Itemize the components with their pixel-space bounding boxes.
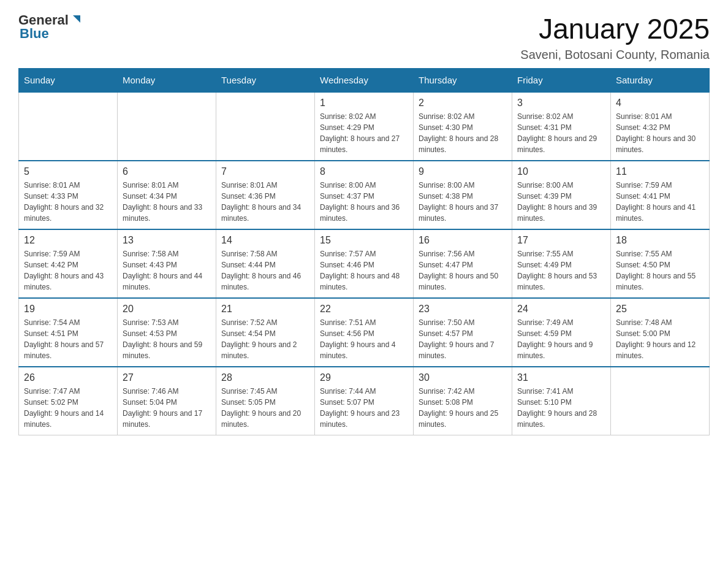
calendar-cell: 16Sunrise: 7:56 AM Sunset: 4:47 PM Dayli… — [414, 229, 512, 298]
logo-blue-text: Blue — [20, 26, 49, 42]
day-info: Sunrise: 7:54 AM Sunset: 4:51 PM Dayligh… — [24, 317, 112, 361]
calendar-cell: 30Sunrise: 7:42 AM Sunset: 5:08 PM Dayli… — [414, 367, 512, 435]
day-number: 27 — [123, 372, 211, 383]
day-info: Sunrise: 7:50 AM Sunset: 4:57 PM Dayligh… — [419, 317, 507, 361]
day-info: Sunrise: 8:01 AM Sunset: 4:32 PM Dayligh… — [616, 111, 704, 155]
day-number: 8 — [320, 166, 408, 177]
calendar-week-row: 26Sunrise: 7:47 AM Sunset: 5:02 PM Dayli… — [19, 367, 710, 435]
day-number: 11 — [616, 166, 704, 177]
day-number: 25 — [616, 304, 704, 315]
day-number: 14 — [221, 235, 309, 246]
calendar-cell: 13Sunrise: 7:58 AM Sunset: 4:43 PM Dayli… — [118, 229, 216, 298]
day-info: Sunrise: 7:42 AM Sunset: 5:08 PM Dayligh… — [419, 386, 507, 430]
calendar-cell: 21Sunrise: 7:52 AM Sunset: 4:54 PM Dayli… — [216, 298, 315, 367]
day-info: Sunrise: 7:48 AM Sunset: 5:00 PM Dayligh… — [616, 317, 704, 361]
title-section: January 2025 Saveni, Botosani County, Ro… — [520, 12, 710, 62]
day-number: 16 — [419, 235, 507, 246]
day-info: Sunrise: 7:49 AM Sunset: 4:59 PM Dayligh… — [517, 317, 605, 361]
day-number: 26 — [24, 372, 112, 383]
logo: General Blue — [18, 12, 83, 42]
calendar-cell: 3Sunrise: 8:02 AM Sunset: 4:31 PM Daylig… — [512, 92, 611, 161]
calendar-cell: 28Sunrise: 7:45 AM Sunset: 5:05 PM Dayli… — [216, 367, 315, 435]
day-info: Sunrise: 7:55 AM Sunset: 4:50 PM Dayligh… — [616, 248, 704, 293]
day-of-week-header: Tuesday — [216, 69, 315, 93]
calendar-cell: 24Sunrise: 7:49 AM Sunset: 4:59 PM Dayli… — [512, 298, 611, 367]
calendar-cell: 1Sunrise: 8:02 AM Sunset: 4:29 PM Daylig… — [315, 92, 414, 161]
calendar-table: SundayMondayTuesdayWednesdayThursdayFrid… — [18, 68, 710, 435]
day-number: 19 — [24, 304, 112, 315]
day-number: 9 — [419, 166, 507, 177]
calendar-cell — [216, 92, 315, 161]
day-info: Sunrise: 7:58 AM Sunset: 4:44 PM Dayligh… — [221, 248, 309, 293]
day-number: 20 — [123, 304, 211, 315]
day-number: 5 — [24, 166, 112, 177]
day-of-week-header: Thursday — [414, 69, 512, 93]
day-info: Sunrise: 7:51 AM Sunset: 4:56 PM Dayligh… — [320, 317, 408, 361]
day-info: Sunrise: 8:02 AM Sunset: 4:29 PM Dayligh… — [320, 111, 408, 155]
calendar-cell: 10Sunrise: 8:00 AM Sunset: 4:39 PM Dayli… — [512, 161, 611, 229]
day-info: Sunrise: 7:41 AM Sunset: 5:10 PM Dayligh… — [517, 386, 605, 430]
svg-marker-0 — [73, 15, 80, 23]
day-number: 18 — [616, 235, 704, 246]
calendar-week-row: 1Sunrise: 8:02 AM Sunset: 4:29 PM Daylig… — [19, 92, 710, 161]
calendar-cell — [19, 92, 118, 161]
day-info: Sunrise: 7:47 AM Sunset: 5:02 PM Dayligh… — [24, 386, 112, 430]
calendar-week-row: 12Sunrise: 7:59 AM Sunset: 4:42 PM Dayli… — [19, 229, 710, 298]
day-info: Sunrise: 8:00 AM Sunset: 4:39 PM Dayligh… — [517, 180, 605, 224]
calendar-cell: 20Sunrise: 7:53 AM Sunset: 4:53 PM Dayli… — [118, 298, 216, 367]
day-number: 15 — [320, 235, 408, 246]
day-number: 2 — [419, 98, 507, 109]
day-info: Sunrise: 7:44 AM Sunset: 5:07 PM Dayligh… — [320, 386, 408, 430]
day-number: 24 — [517, 304, 605, 315]
calendar-cell — [118, 92, 216, 161]
day-info: Sunrise: 8:01 AM Sunset: 4:34 PM Dayligh… — [123, 180, 211, 224]
day-info: Sunrise: 7:59 AM Sunset: 4:42 PM Dayligh… — [24, 248, 112, 293]
day-info: Sunrise: 7:59 AM Sunset: 4:41 PM Dayligh… — [616, 180, 704, 224]
calendar-cell: 22Sunrise: 7:51 AM Sunset: 4:56 PM Dayli… — [315, 298, 414, 367]
calendar-cell: 15Sunrise: 7:57 AM Sunset: 4:46 PM Dayli… — [315, 229, 414, 298]
day-info: Sunrise: 7:46 AM Sunset: 5:04 PM Dayligh… — [123, 386, 211, 430]
day-info: Sunrise: 8:00 AM Sunset: 4:38 PM Dayligh… — [419, 180, 507, 224]
day-info: Sunrise: 7:58 AM Sunset: 4:43 PM Dayligh… — [123, 248, 211, 293]
day-number: 31 — [517, 372, 605, 383]
day-number: 22 — [320, 304, 408, 315]
calendar-header-row: SundayMondayTuesdayWednesdayThursdayFrid… — [19, 69, 710, 93]
calendar-cell: 5Sunrise: 8:01 AM Sunset: 4:33 PM Daylig… — [19, 161, 118, 229]
day-info: Sunrise: 8:01 AM Sunset: 4:33 PM Dayligh… — [24, 180, 112, 224]
day-number: 23 — [419, 304, 507, 315]
day-info: Sunrise: 8:00 AM Sunset: 4:37 PM Dayligh… — [320, 180, 408, 224]
day-number: 17 — [517, 235, 605, 246]
calendar-week-row: 19Sunrise: 7:54 AM Sunset: 4:51 PM Dayli… — [19, 298, 710, 367]
day-info: Sunrise: 7:45 AM Sunset: 5:05 PM Dayligh… — [221, 386, 309, 430]
day-number: 6 — [123, 166, 211, 177]
calendar-cell: 7Sunrise: 8:01 AM Sunset: 4:36 PM Daylig… — [216, 161, 315, 229]
day-number: 29 — [320, 372, 408, 383]
day-of-week-header: Sunday — [19, 69, 118, 93]
calendar-cell: 23Sunrise: 7:50 AM Sunset: 4:57 PM Dayli… — [414, 298, 512, 367]
calendar-cell: 31Sunrise: 7:41 AM Sunset: 5:10 PM Dayli… — [512, 367, 611, 435]
calendar-cell: 26Sunrise: 7:47 AM Sunset: 5:02 PM Dayli… — [19, 367, 118, 435]
day-of-week-header: Monday — [118, 69, 216, 93]
calendar-cell: 9Sunrise: 8:00 AM Sunset: 4:38 PM Daylig… — [414, 161, 512, 229]
day-info: Sunrise: 7:57 AM Sunset: 4:46 PM Dayligh… — [320, 248, 408, 293]
day-number: 4 — [616, 98, 704, 109]
day-of-week-header: Friday — [512, 69, 611, 93]
calendar-cell: 27Sunrise: 7:46 AM Sunset: 5:04 PM Dayli… — [118, 367, 216, 435]
day-info: Sunrise: 8:02 AM Sunset: 4:30 PM Dayligh… — [419, 111, 507, 155]
calendar-week-row: 5Sunrise: 8:01 AM Sunset: 4:33 PM Daylig… — [19, 161, 710, 229]
day-info: Sunrise: 8:01 AM Sunset: 4:36 PM Dayligh… — [221, 180, 309, 224]
calendar-cell: 14Sunrise: 7:58 AM Sunset: 4:44 PM Dayli… — [216, 229, 315, 298]
calendar-cell: 25Sunrise: 7:48 AM Sunset: 5:00 PM Dayli… — [611, 298, 710, 367]
calendar-cell: 8Sunrise: 8:00 AM Sunset: 4:37 PM Daylig… — [315, 161, 414, 229]
day-number: 1 — [320, 98, 408, 109]
day-number: 7 — [221, 166, 309, 177]
calendar-cell: 12Sunrise: 7:59 AM Sunset: 4:42 PM Dayli… — [19, 229, 118, 298]
calendar-title: January 2025 — [520, 12, 710, 45]
calendar-cell: 6Sunrise: 8:01 AM Sunset: 4:34 PM Daylig… — [118, 161, 216, 229]
day-number: 3 — [517, 98, 605, 109]
day-info: Sunrise: 7:53 AM Sunset: 4:53 PM Dayligh… — [123, 317, 211, 361]
calendar-cell: 19Sunrise: 7:54 AM Sunset: 4:51 PM Dayli… — [19, 298, 118, 367]
day-of-week-header: Saturday — [611, 69, 710, 93]
logo-triangle-icon — [70, 13, 83, 26]
page-header: General Blue January 2025 Saveni, Botosa… — [18, 12, 710, 62]
